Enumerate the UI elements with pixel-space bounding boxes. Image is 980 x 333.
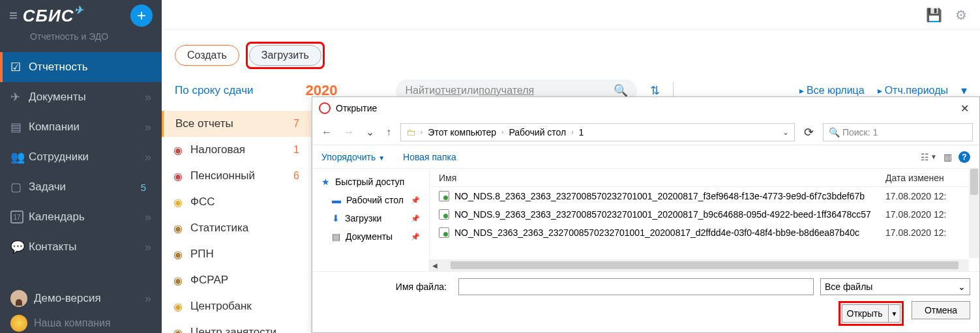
periods-link[interactable]: Отч.периоды [878, 85, 948, 96]
sidebar-item-employees[interactable]: 👥 Сотрудники » [0, 142, 162, 172]
cat-tax[interactable]: ◉ Налоговая 1 [162, 137, 311, 163]
sidebar-item-company[interactable]: Наша компания [0, 313, 162, 333]
file-icon [439, 191, 449, 201]
save-icon[interactable]: 💾 [926, 7, 942, 23]
nav-up-icon[interactable]: ↑ [383, 126, 394, 138]
file-open-dialog: Открытие ✕ ← → ⌄ ↑ 🗀 › Этот компьютер › … [312, 96, 980, 333]
path-sep-icon: › [421, 128, 423, 136]
cat-stat[interactable]: ◉ Статистика [162, 215, 311, 241]
cat-fsrar[interactable]: ◉ ФСРАР [162, 267, 311, 293]
category-list: Все отчеты 7 ◉ Налоговая 1 ◉ Пенсионный … [162, 111, 312, 333]
path-segment[interactable]: Этот компьютер [428, 127, 496, 138]
path-bar[interactable]: 🗀 › Этот компьютер › Рабочий стол › 1 ⌄ [400, 123, 795, 141]
org-icon: ◉ [173, 300, 190, 313]
tree-documents[interactable]: ▤ Документы 📌 [312, 227, 429, 246]
close-icon[interactable]: ✕ [957, 102, 973, 115]
sidebar-item-companies[interactable]: ▤ Компании » [0, 112, 162, 142]
chevron-right-icon: » [145, 121, 151, 134]
org-icon: ◉ [173, 248, 190, 261]
chevron-right-icon: » [145, 292, 151, 306]
refresh-icon[interactable]: ⟳ [801, 125, 816, 139]
logo-bird-icon: ✈ [74, 4, 83, 16]
folder-icon: 🗀 [406, 127, 415, 138]
cat-fss[interactable]: ◉ ФСС [162, 189, 311, 215]
pin-icon: 📌 [411, 233, 420, 241]
org-icon: ◉ [173, 170, 190, 182]
all-legal-link[interactable]: Все юрлица [799, 85, 865, 96]
file-row[interactable]: NO_NDS.8_2363_2363_2327008570232701001_2… [430, 187, 979, 205]
org-icon: ◉ [173, 326, 190, 334]
scrollbar-vertical[interactable] [969, 169, 979, 258]
cancel-button[interactable]: Отмена [912, 301, 970, 319]
nav-forward-icon[interactable]: → [341, 126, 357, 138]
cat-rpn[interactable]: ◉ РПН [162, 241, 311, 267]
gear-icon[interactable]: ⚙ [955, 7, 967, 23]
tree-downloads[interactable]: ⬇ Загрузки 📌 [312, 209, 429, 227]
dialog-search-input[interactable]: 🔍 Поиск: 1 [823, 123, 973, 141]
cat-employment[interactable]: ◉ Центр занятости [162, 319, 311, 333]
desktop-icon: ▬ [332, 195, 341, 205]
sidebar-item-contacts[interactable]: 💬 Контакты » [0, 232, 162, 262]
filename-input[interactable] [458, 278, 814, 295]
add-button[interactable]: + [130, 5, 153, 27]
filename-label: Имя файла: [321, 282, 452, 292]
tree-desktop[interactable]: ▬ Рабочий стол 📌 [312, 191, 429, 209]
paper-plane-icon: ✈ [10, 90, 29, 104]
filter-by-deadline[interactable]: По сроку сдачи [175, 84, 254, 97]
nav-history-icon[interactable]: ⌄ [363, 126, 377, 138]
col-header-date[interactable]: Дата изменен [885, 173, 970, 183]
people-icon: 👥 [10, 150, 29, 164]
nav-back-icon[interactable]: ← [319, 126, 334, 138]
avatar-icon [10, 290, 27, 307]
pin-icon: 📌 [411, 196, 420, 205]
cat-all-reports[interactable]: Все отчеты 7 [162, 111, 311, 137]
path-segment[interactable]: Рабочий стол [509, 127, 566, 138]
calendar-icon: 17 [10, 210, 23, 224]
search-icon: 🔍 [829, 127, 840, 138]
view-preview-icon[interactable]: ▥ [943, 152, 952, 162]
dialog-title: Открытие [336, 103, 957, 113]
funnel-icon[interactable]: ▾ [961, 83, 967, 98]
chat-icon: 💬 [10, 240, 29, 254]
file-row[interactable]: NO_NDS_2363_2363_2327008570232701001_202… [430, 224, 979, 242]
open-dropdown-icon[interactable]: ▼ [888, 305, 900, 322]
org-icon: ◉ [173, 222, 190, 235]
chevron-right-icon: » [145, 91, 151, 104]
help-icon[interactable]: ? [958, 151, 970, 163]
cat-cbr[interactable]: ◉ Центробанк [162, 293, 311, 319]
menu-icon[interactable]: ≡ [9, 7, 18, 24]
scrollbar-horizontal[interactable]: ◀ [430, 259, 969, 271]
file-icon [439, 227, 449, 238]
col-header-name[interactable]: Имя [439, 173, 885, 183]
path-sep-icon: › [501, 128, 503, 136]
sidebar-item-documents[interactable]: ✈ Документы » [0, 82, 162, 112]
search-icon[interactable]: 🔍 [614, 83, 628, 98]
sidebar-item-reports[interactable]: ☑ Отчетность [0, 52, 162, 82]
pin-icon: 📌 [411, 214, 420, 223]
sidebar-item-demo[interactable]: Демо-версия » [0, 283, 162, 313]
path-segment[interactable]: 1 [579, 127, 584, 138]
opera-icon [319, 102, 331, 114]
upload-button[interactable]: Загрузить [249, 45, 321, 66]
badge-count: 5 [141, 182, 146, 193]
view-list-icon[interactable]: ☷ ▼ [921, 152, 937, 162]
clipboard-icon: ▢ [10, 180, 29, 194]
create-button[interactable]: Создать [175, 45, 239, 66]
sidebar-subtitle: Отчетность и ЭДО [0, 31, 162, 52]
sidebar-item-tasks[interactable]: ▢ Задачи 5 [0, 172, 162, 202]
tree-quick-access[interactable]: ★ Быстрый доступ [312, 173, 429, 191]
upload-highlight: Загрузить [246, 42, 325, 69]
chevron-right-icon: » [145, 210, 151, 224]
cat-pension[interactable]: ◉ Пенсионный 6 [162, 163, 311, 189]
new-folder-button[interactable]: Новая папка [403, 152, 456, 162]
file-row[interactable]: NO_NDS.9_2363_2363_2327008570232701001_2… [430, 205, 979, 224]
organize-menu[interactable]: Упорядочить ▼ [321, 152, 385, 162]
open-button[interactable]: Открыть ▼ [842, 304, 900, 323]
chevron-right-icon: » [145, 240, 151, 254]
document-icon: ▤ [332, 231, 340, 242]
list-settings-icon[interactable]: ⇅ [650, 83, 660, 98]
filetype-select[interactable]: Все файлы [820, 278, 970, 295]
chevron-down-icon[interactable]: ⌄ [782, 128, 789, 137]
sidebar-item-calendar[interactable]: 17 Календарь » [0, 202, 162, 232]
company-logo-icon [10, 315, 27, 332]
